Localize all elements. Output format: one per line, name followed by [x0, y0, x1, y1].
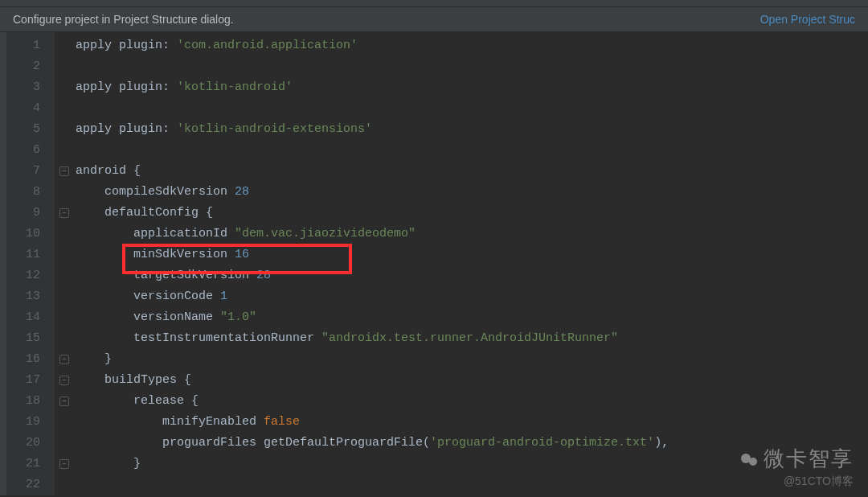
line-number: 19: [6, 412, 55, 433]
line-number: 22: [6, 474, 55, 495]
code-line[interactable]: [76, 140, 669, 161]
fold-toggle[interactable]: −: [59, 166, 69, 176]
fold-toggle[interactable]: −: [59, 208, 69, 218]
fold-toggle[interactable]: −: [59, 355, 69, 364]
code-line[interactable]: [76, 98, 669, 119]
fold-toggle[interactable]: −: [59, 459, 69, 469]
line-number: 2: [6, 56, 55, 77]
code-line[interactable]: apply plugin: 'kotlin-android-extensions…: [76, 119, 669, 140]
editor-tabs-bar[interactable]: [0, 0, 868, 6]
code-line[interactable]: minSdkVersion 16: [76, 244, 669, 265]
line-number: 17: [6, 370, 55, 391]
line-number: 5: [6, 119, 55, 140]
line-number-gutter: 12345678910111213141516171819202122: [6, 32, 55, 495]
line-number: 12: [6, 265, 55, 286]
code-line[interactable]: }: [76, 454, 669, 474]
code-line[interactable]: release {: [76, 391, 669, 412]
code-line[interactable]: buildTypes {: [76, 370, 669, 391]
code-line[interactable]: [76, 56, 669, 77]
line-number: 11: [6, 244, 55, 265]
code-line[interactable]: applicationId "dem.vac.jiaozivideodemo": [76, 224, 669, 244]
line-number: 18: [6, 391, 55, 412]
line-number: 20: [6, 433, 55, 454]
code-line[interactable]: }: [76, 349, 669, 370]
line-number: 10: [6, 224, 55, 244]
open-project-structure-link[interactable]: Open Project Struc: [760, 13, 855, 26]
notification-bar: Configure project in Project Structure d…: [0, 6, 868, 32]
code-line[interactable]: apply plugin: 'kotlin-android': [76, 77, 669, 98]
line-number: 7: [6, 161, 55, 182]
line-number: 14: [6, 307, 55, 328]
code-editor[interactable]: 12345678910111213141516171819202122 −−−−…: [0, 32, 868, 495]
code-line[interactable]: android {: [76, 161, 669, 182]
notification-message: Configure project in Project Structure d…: [13, 13, 234, 26]
code-line[interactable]: proguardFiles getDefaultProguardFile('pr…: [76, 433, 669, 454]
line-number: 4: [6, 98, 55, 119]
code-line[interactable]: defaultConfig {: [76, 203, 669, 224]
code-line[interactable]: [76, 474, 669, 495]
code-line[interactable]: versionCode 1: [76, 286, 669, 307]
line-number: 3: [6, 77, 55, 98]
line-number: 16: [6, 349, 55, 370]
code-area[interactable]: apply plugin: 'com.android.application'a…: [76, 32, 669, 495]
code-line[interactable]: compileSdkVersion 28: [76, 182, 669, 203]
fold-toggle[interactable]: −: [59, 376, 69, 385]
code-line[interactable]: targetSdkVersion 28: [76, 265, 669, 286]
fold-gutter[interactable]: −−−−−−: [55, 32, 76, 495]
side-strip: [0, 32, 6, 495]
code-line[interactable]: testInstrumentationRunner "androidx.test…: [76, 328, 669, 349]
line-number: 9: [6, 203, 55, 224]
line-number: 6: [6, 140, 55, 161]
fold-toggle[interactable]: −: [59, 396, 69, 406]
line-number: 15: [6, 328, 55, 349]
line-number: 13: [6, 286, 55, 307]
code-line[interactable]: versionName "1.0": [76, 307, 669, 328]
code-line[interactable]: minifyEnabled false: [76, 412, 669, 433]
line-number: 1: [6, 35, 55, 56]
line-number: 21: [6, 454, 55, 474]
code-line[interactable]: apply plugin: 'com.android.application': [76, 35, 669, 56]
line-number: 8: [6, 182, 55, 203]
